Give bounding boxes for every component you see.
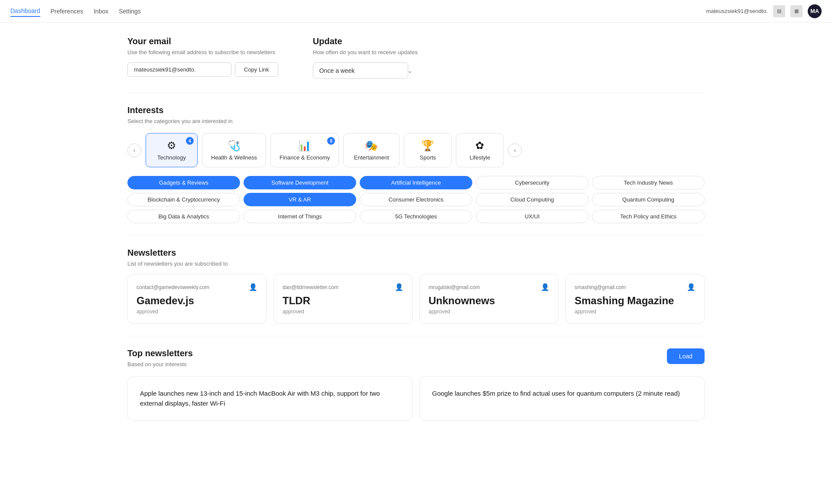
- subcategories-grid: Gadgets & Reviews Software Development A…: [127, 176, 705, 223]
- person-icon-tldr: 👤: [395, 283, 403, 291]
- card-email-gamedevjs: contact@gamedevsweekly.com: [136, 284, 209, 290]
- categories-row: ‹ 4 ⚙ Technology 🩺 Health & Wellness 0 📊…: [127, 133, 705, 167]
- newsletters-section: Newsletters List of newsletters you are …: [127, 236, 705, 336]
- newsletter-card-gamedevjs[interactable]: contact@gamedevsweekly.com 👤 Gamedev.js …: [127, 274, 266, 324]
- card-email-tldr: dan@tldrnewsletter.com: [283, 284, 338, 290]
- top-newsletters-header: Top newsletters Based on your interests …: [127, 348, 705, 367]
- lifestyle-icon: ✿: [475, 140, 484, 152]
- email-section: Your email Use the following email addre…: [127, 36, 278, 79]
- category-card-sports[interactable]: 🏆 Sports: [404, 133, 452, 167]
- newsletter-cards: contact@gamedevsweekly.com 👤 Gamedev.js …: [127, 274, 705, 324]
- copy-link-button[interactable]: Copy Link: [235, 62, 278, 77]
- subtag-tech-news[interactable]: Tech Industry News: [592, 176, 705, 189]
- top-section: Your email Use the following email addre…: [127, 36, 705, 93]
- article-card-2[interactable]: Google launches $5m prize to find actual…: [419, 376, 705, 421]
- email-subtitle: Use the following email address to subsc…: [127, 49, 278, 55]
- card-header-smashing: smashing@gmail.com 👤: [575, 283, 696, 291]
- nav-icon-2: ▦: [790, 5, 803, 17]
- entertainment-icon: 🎭: [365, 140, 378, 152]
- category-card-health[interactable]: 🩺 Health & Wellness: [202, 133, 266, 167]
- newsletters-subtitle: List of newsletters you are subscribed t…: [127, 260, 705, 267]
- finance-label: Finance & Economy: [280, 154, 330, 161]
- category-card-finance[interactable]: 0 📊 Finance & Economy: [270, 133, 339, 167]
- top-newsletters-subtitle: Based on your interests: [127, 361, 193, 367]
- card-email-smashing: smashing@gmail.com: [575, 284, 626, 290]
- interests-section: Interests Select the categories you are …: [127, 93, 705, 236]
- top-newsletters-section: Top newsletters Based on your interests …: [127, 336, 705, 433]
- main-content: Your email Use the following email addre…: [117, 23, 715, 447]
- interests-subtitle: Select the categories you are interested…: [127, 118, 705, 124]
- update-section: Update How often do you want to receive …: [313, 36, 418, 79]
- card-name-gamedevjs: Gamedev.js: [136, 295, 257, 307]
- nav-link-preferences[interactable]: Preferences: [51, 6, 83, 16]
- subtag-tech-policy[interactable]: Tech Policy and Ethics: [592, 210, 705, 223]
- subtag-vr-ar[interactable]: VR & AR: [244, 193, 356, 206]
- subtag-quantum[interactable]: Quantum Computing: [592, 193, 705, 206]
- update-select-wrap: Once a day Once a week Once a month ⌄: [313, 62, 418, 79]
- article-title-1: Apple launches new 13-inch and 15-inch M…: [140, 390, 380, 407]
- article-card-1[interactable]: Apple launches new 13-inch and 15-inch M…: [127, 376, 413, 421]
- avatar[interactable]: MA: [808, 4, 822, 18]
- sports-icon: 🏆: [421, 140, 434, 152]
- email-input[interactable]: [127, 62, 231, 77]
- interests-title: Interests: [127, 105, 705, 115]
- category-card-technology[interactable]: 4 ⚙ Technology: [146, 133, 198, 167]
- subtag-5g[interactable]: 5G Technologies: [360, 210, 472, 223]
- top-newsletters-title: Top newsletters: [127, 348, 193, 358]
- card-name-unknownews: Unknownews: [429, 295, 549, 307]
- update-subtitle: How often do you want to receive updates: [313, 49, 418, 55]
- next-category-button[interactable]: ›: [508, 143, 522, 157]
- email-title: Your email: [127, 36, 278, 46]
- frequency-select[interactable]: Once a day Once a week Once a month: [313, 62, 408, 79]
- nav-link-inbox[interactable]: Inbox: [94, 6, 108, 16]
- person-icon-unknownews: 👤: [541, 283, 549, 291]
- navbar: Dashboard Preferences Inbox Settings mat…: [0, 0, 832, 23]
- newsletter-card-smashing[interactable]: smashing@gmail.com 👤 Smashing Magazine a…: [566, 274, 705, 324]
- category-card-lifestyle[interactable]: ✿ Lifestyle: [456, 133, 504, 167]
- nav-link-settings[interactable]: Settings: [119, 6, 141, 16]
- nav-user-email: mateuszsiek91@sendto.: [706, 8, 768, 14]
- update-title: Update: [313, 36, 418, 46]
- newsletter-card-unknownews[interactable]: mrugalski@gmail.com 👤 Unknownews approve…: [419, 274, 559, 324]
- article-title-2: Google launches $5m prize to find actual…: [432, 390, 680, 397]
- subtag-blockchain[interactable]: Blockchain & Cryptocurrency: [127, 193, 240, 206]
- load-button[interactable]: Load: [667, 348, 705, 364]
- newsletters-title: Newsletters: [127, 248, 705, 258]
- nav-right: mateuszsiek91@sendto. ▤ ▦ MA: [706, 4, 822, 18]
- nav-links: Dashboard Preferences Inbox Settings: [10, 6, 706, 17]
- card-status-smashing: approved: [575, 309, 696, 315]
- card-status-unknownews: approved: [429, 309, 549, 315]
- health-label: Health & Wellness: [211, 154, 257, 161]
- prev-category-button[interactable]: ‹: [127, 143, 141, 157]
- email-row: Copy Link: [127, 62, 278, 77]
- lifestyle-label: Lifestyle: [469, 154, 490, 161]
- card-email-unknownews: mrugalski@gmail.com: [429, 284, 480, 290]
- subtag-iot[interactable]: Internet of Things: [244, 210, 356, 223]
- nav-icon-1: ▤: [773, 5, 785, 17]
- articles-grid: Apple launches new 13-inch and 15-inch M…: [127, 376, 705, 421]
- card-status-tldr: approved: [283, 309, 403, 315]
- subtag-cloud[interactable]: Cloud Computing: [476, 193, 588, 206]
- badge-technology: 4: [186, 137, 194, 145]
- category-card-entertainment[interactable]: 🎭 Entertainment: [343, 133, 400, 167]
- health-icon: 🩺: [228, 140, 240, 152]
- entertainment-label: Entertainment: [354, 154, 389, 161]
- subtag-software-dev[interactable]: Software Development: [244, 176, 356, 189]
- card-status-gamedevjs: approved: [136, 309, 257, 315]
- sports-label: Sports: [420, 154, 436, 161]
- subtag-big-data[interactable]: Big Data & Analytics: [127, 210, 240, 223]
- card-name-smashing: Smashing Magazine: [575, 295, 696, 307]
- card-header-unknownews: mrugalski@gmail.com 👤: [429, 283, 549, 291]
- technology-label: Technology: [157, 154, 186, 161]
- newsletter-card-tldr[interactable]: dan@tldrnewsletter.com 👤 TLDR approved: [273, 274, 413, 324]
- technology-icon: ⚙: [167, 140, 176, 152]
- subtag-gadgets[interactable]: Gadgets & Reviews: [127, 176, 240, 189]
- subtag-consumer-electronics[interactable]: Consumer Electronics: [360, 193, 472, 206]
- nav-link-dashboard[interactable]: Dashboard: [10, 6, 40, 17]
- person-icon: 👤: [249, 283, 257, 291]
- subtag-uxui[interactable]: UX/UI: [476, 210, 588, 223]
- subtag-cybersecurity[interactable]: Cybersecurity: [476, 176, 588, 189]
- subtag-ai[interactable]: Artificial Intelligence: [360, 176, 472, 189]
- badge-finance: 0: [327, 137, 335, 145]
- card-header-tldr: dan@tldrnewsletter.com 👤: [283, 283, 403, 291]
